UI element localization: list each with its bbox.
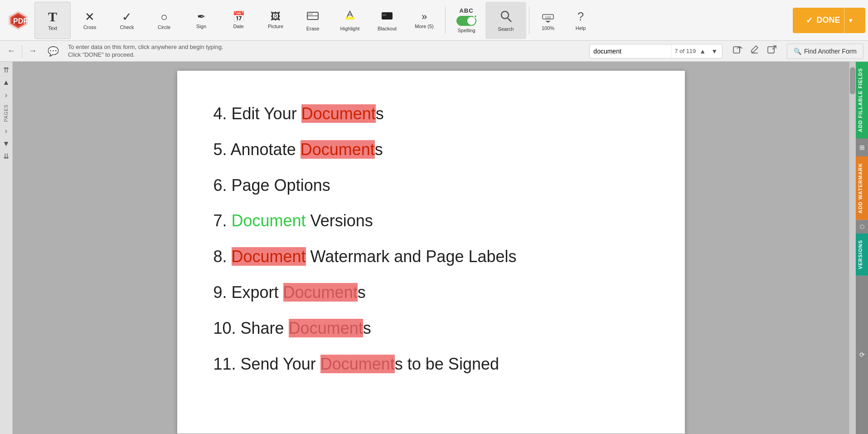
pdf-page: 4. Edit Your Documents 5. Annotate Docum…	[177, 71, 685, 434]
svg-point-11	[501, 11, 509, 19]
comment-icon[interactable]: 💬	[46, 44, 61, 59]
text-icon: T	[48, 10, 57, 24]
more-tools-button[interactable]: » More (5)	[406, 2, 442, 39]
picture-tool-button[interactable]: 🖼 Picture	[257, 2, 294, 39]
add-fillable-fields-label: ADD FILLABLE FIELDS	[858, 68, 863, 132]
svg-rect-7	[345, 17, 354, 20]
item-6-text: 6. Page Options	[213, 176, 330, 195]
spelling-toggle[interactable]	[456, 16, 476, 26]
erase-tool-label: Erase	[306, 26, 320, 31]
list-item: 4. Edit Your Documents	[213, 103, 649, 125]
more-icon: »	[422, 12, 427, 22]
date-icon: 📅	[233, 12, 245, 22]
item-9-highlight: Document	[283, 283, 358, 302]
erase-tool-button[interactable]: Erase	[295, 2, 331, 39]
blackout-tool-label: Blackout	[378, 26, 397, 31]
done-chevron-icon[interactable]: ▾	[844, 8, 852, 33]
check-icon: ✓	[122, 11, 132, 23]
item-10-suffix: s	[363, 319, 371, 337]
redo-button[interactable]: →	[26, 44, 39, 58]
list-item: 10. Share Documents	[213, 318, 649, 339]
search-result-count: 7 of 119	[674, 48, 696, 54]
highlight-tool-label: Highlight	[340, 26, 360, 31]
spelling-button[interactable]: ABC Spelling	[448, 2, 485, 39]
pdf-area[interactable]: 4. Edit Your Documents 5. Annotate Docum…	[13, 62, 849, 434]
watermark-icon: ⬡	[860, 224, 864, 230]
sign-tool-button[interactable]: ✒ Sign	[183, 2, 219, 39]
find-another-search-icon: 🔍	[794, 48, 801, 55]
logo[interactable]: PDF	[3, 2, 34, 39]
item-7-highlight: Document	[232, 211, 306, 230]
item-11-highlight: Document	[320, 355, 395, 373]
scrollbar-thumb[interactable]	[850, 67, 855, 94]
help-button[interactable]: ? Help	[565, 2, 596, 39]
search-input[interactable]	[590, 48, 671, 55]
find-another-form-button[interactable]: 🔍 Find Another Form	[787, 44, 863, 59]
highlight-tool-button[interactable]: Highlight	[332, 2, 368, 39]
edit-document-button[interactable]	[747, 43, 762, 59]
picture-tool-label: Picture	[268, 24, 283, 29]
search-prev-button[interactable]: ▲	[698, 47, 708, 56]
subtoolbar: ← → 💬 To enter data on this form, click …	[0, 41, 868, 62]
search-result-nav: 7 of 119 ▲ ▼	[671, 44, 722, 58]
done-button[interactable]: ✓ DONE ▾	[793, 8, 865, 33]
item-7-number: 7.	[213, 211, 232, 230]
more-tools-label: More (5)	[415, 24, 434, 29]
blackout-icon	[381, 10, 393, 24]
item-8-suffix: Watermark and Page Labels	[306, 247, 517, 266]
date-tool-button[interactable]: 📅 Date	[220, 2, 257, 39]
versions-icon-area: ⟳	[856, 276, 868, 434]
add-watermark-tab[interactable]: ADD WATERMARK	[856, 156, 868, 220]
check-tool-button[interactable]: ✓ Check	[109, 2, 145, 39]
scroll-down-button[interactable]: ▼	[1, 138, 12, 149]
spelling-abc-label: ABC	[459, 7, 473, 14]
item-8-highlight: Document	[232, 247, 306, 266]
sign-icon: ✒	[197, 12, 205, 22]
item-11-suffix: s to be Signed	[395, 355, 499, 373]
item-11-number: 11. Send Your	[213, 355, 320, 373]
svg-rect-6	[307, 12, 313, 16]
blackout-tool-button[interactable]: Blackout	[369, 2, 405, 39]
list-item: 6. Page Options	[213, 175, 649, 196]
undo-button[interactable]: ←	[5, 44, 18, 58]
add-watermark-label: ADD WATERMARK	[858, 163, 863, 214]
versions-tab[interactable]: VERSIONS	[856, 234, 868, 276]
nav-expand-button[interactable]: ›	[1, 126, 12, 137]
cross-tool-button[interactable]: ✕ Cross	[72, 2, 108, 39]
item-5-number: 5. Annotate	[213, 140, 301, 159]
spelling-label: Spelling	[457, 28, 475, 33]
share-document-button[interactable]	[730, 43, 745, 59]
search-tool-button[interactable]: Search	[485, 2, 526, 39]
cross-icon: ✕	[85, 11, 95, 23]
text-tool-button[interactable]: T Text	[34, 2, 71, 39]
circle-tool-button[interactable]: ○ Circle	[146, 2, 182, 39]
item-10-highlight: Document	[289, 319, 363, 337]
pages-label: PAGES	[4, 104, 9, 122]
circle-tool-label: Circle	[158, 24, 170, 30]
sign-tool-label: Sign	[196, 24, 206, 29]
export-document-button[interactable]	[764, 43, 780, 59]
right-sidebar: ADD FILLABLE FIELDS ⊞ ADD WATERMARK ⬡ VE…	[855, 62, 868, 434]
vertical-scrollbar[interactable]	[849, 62, 855, 434]
item-8-number: 8.	[213, 247, 232, 266]
list-item: 7. Document Versions	[213, 210, 649, 232]
item-9-suffix: s	[358, 283, 366, 302]
help-icon: ?	[577, 10, 584, 24]
scroll-bottom-fast-button[interactable]: ⇊	[1, 151, 12, 162]
add-fillable-fields-tab[interactable]: ADD FILLABLE FIELDS	[856, 62, 868, 138]
cross-tool-label: Cross	[83, 24, 97, 30]
item-4-highlight: Document	[301, 104, 376, 123]
toolbar: PDF T Text ✕ Cross ✓ Check ○ Circle ✒ Si…	[0, 0, 868, 41]
scroll-top-fast-button[interactable]: ⇈	[1, 64, 12, 75]
search-next-button[interactable]: ▼	[709, 47, 719, 56]
versions-icon: ⟳	[859, 351, 865, 358]
nav-right-button[interactable]: ›	[1, 90, 12, 101]
toolbar-divider-2	[529, 7, 529, 34]
versions-label: VERSIONS	[858, 240, 863, 269]
done-label: DONE	[816, 15, 840, 25]
zoom-button[interactable]: 100 100%	[532, 2, 564, 39]
scroll-up-button[interactable]: ▲	[1, 77, 12, 88]
left-panel: ⇈ ▲ › PAGES › ▼ ⇊	[0, 62, 13, 434]
search-bar: 7 of 119 ▲ ▼	[589, 44, 723, 59]
sidebar-watermark-icon-area: ⬡	[856, 220, 868, 234]
